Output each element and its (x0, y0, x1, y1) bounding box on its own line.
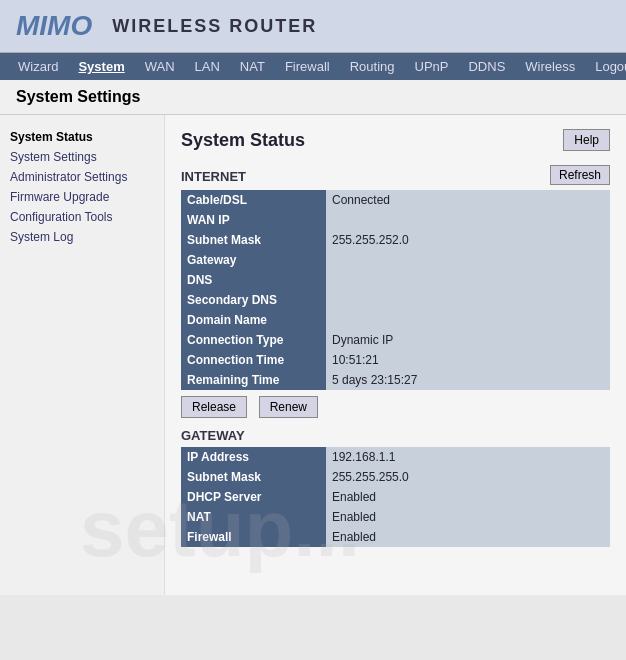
nav-firewall[interactable]: Firewall (275, 53, 340, 80)
value-cable-dsl: Connected (326, 190, 610, 210)
table-row: IP Address 192.168.1.1 (181, 447, 610, 467)
table-row: Firewall Enabled (181, 527, 610, 547)
renew-button[interactable]: Renew (259, 396, 318, 418)
value-remaining-time: 5 days 23:15:27 (326, 370, 610, 390)
table-row: Domain Name (181, 310, 610, 330)
table-row: Subnet Mask 255.255.255.0 (181, 467, 610, 487)
sidebar-item-config-tools[interactable]: Configuration Tools (10, 207, 154, 227)
field-wan-ip: WAN IP (181, 210, 326, 230)
action-buttons: Release Renew (181, 396, 610, 418)
section-header: System Status Help (181, 129, 610, 151)
table-row: Connection Time 10:51:21 (181, 350, 610, 370)
value-gateway (326, 250, 610, 270)
table-row: Cable/DSL Connected (181, 190, 610, 210)
nav-ddns[interactable]: DDNS (458, 53, 515, 80)
value-ip-address: 192.168.1.1 (326, 447, 610, 467)
table-row: DNS (181, 270, 610, 290)
field-gateway-subnet: Subnet Mask (181, 467, 326, 487)
help-button[interactable]: Help (563, 129, 610, 151)
internet-table: Cable/DSL Connected WAN IP Subnet Mask 2… (181, 190, 610, 390)
nav-routing[interactable]: Routing (340, 53, 405, 80)
field-remaining-time: Remaining Time (181, 370, 326, 390)
value-dhcp-server: Enabled (326, 487, 610, 507)
header: MIMO WIRELESS ROUTER (0, 0, 626, 53)
value-subnet-mask: 255.255.252.0 (326, 230, 610, 250)
field-secondary-dns: Secondary DNS (181, 290, 326, 310)
table-row: Secondary DNS (181, 290, 610, 310)
nav-wan[interactable]: WAN (135, 53, 185, 80)
value-gateway-subnet: 255.255.255.0 (326, 467, 610, 487)
field-dhcp-server: DHCP Server (181, 487, 326, 507)
refresh-button[interactable]: Refresh (550, 165, 610, 185)
field-cable-dsl: Cable/DSL (181, 190, 326, 210)
field-firewall: Firewall (181, 527, 326, 547)
sidebar-item-system-settings[interactable]: System Settings (10, 147, 154, 167)
table-row: Remaining Time 5 days 23:15:27 (181, 370, 610, 390)
internet-label: INTERNET (181, 169, 246, 184)
main-content: System Status Help INTERNET Refresh Cabl… (165, 115, 626, 595)
sidebar: System Status System Settings Administra… (0, 115, 165, 595)
value-nat: Enabled (326, 507, 610, 527)
field-gateway: Gateway (181, 250, 326, 270)
value-domain-name (326, 310, 610, 330)
sidebar-item-admin-settings[interactable]: Administrator Settings (10, 167, 154, 187)
value-wan-ip (326, 210, 610, 230)
release-button[interactable]: Release (181, 396, 247, 418)
field-subnet-mask: Subnet Mask (181, 230, 326, 250)
field-connection-type: Connection Type (181, 330, 326, 350)
page-title: System Settings (0, 80, 626, 115)
sidebar-item-firmware-upgrade[interactable]: Firmware Upgrade (10, 187, 154, 207)
nav-system[interactable]: System (68, 53, 134, 80)
nav-logout[interactable]: Logout (585, 53, 626, 80)
sidebar-item-system-status[interactable]: System Status (10, 127, 154, 147)
sidebar-item-system-log[interactable]: System Log (10, 227, 154, 247)
table-row: DHCP Server Enabled (181, 487, 610, 507)
field-nat: NAT (181, 507, 326, 527)
value-firewall: Enabled (326, 527, 610, 547)
nav-lan[interactable]: LAN (185, 53, 230, 80)
content-area: System Status System Settings Administra… (0, 115, 626, 595)
nav-wizard[interactable]: Wizard (8, 53, 68, 80)
logo-title: WIRELESS ROUTER (112, 16, 317, 37)
nav-nat[interactable]: NAT (230, 53, 275, 80)
logo-mimo: MIMO (16, 10, 92, 42)
field-domain-name: Domain Name (181, 310, 326, 330)
value-dns (326, 270, 610, 290)
internet-header-row: INTERNET Refresh (181, 161, 610, 188)
nav-upnp[interactable]: UPnP (405, 53, 459, 80)
field-connection-time: Connection Time (181, 350, 326, 370)
nav-wireless[interactable]: Wireless (515, 53, 585, 80)
field-dns: DNS (181, 270, 326, 290)
nav-bar: Wizard System WAN LAN NAT Firewall Routi… (0, 53, 626, 80)
table-row: Connection Type Dynamic IP (181, 330, 610, 350)
field-ip-address: IP Address (181, 447, 326, 467)
section-title: System Status (181, 130, 305, 151)
table-row: WAN IP (181, 210, 610, 230)
table-row: NAT Enabled (181, 507, 610, 527)
table-row: Gateway (181, 250, 610, 270)
value-connection-type: Dynamic IP (326, 330, 610, 350)
gateway-label: GATEWAY (181, 428, 610, 443)
value-connection-time: 10:51:21 (326, 350, 610, 370)
table-row: Subnet Mask 255.255.252.0 (181, 230, 610, 250)
value-secondary-dns (326, 290, 610, 310)
gateway-table: IP Address 192.168.1.1 Subnet Mask 255.2… (181, 447, 610, 547)
